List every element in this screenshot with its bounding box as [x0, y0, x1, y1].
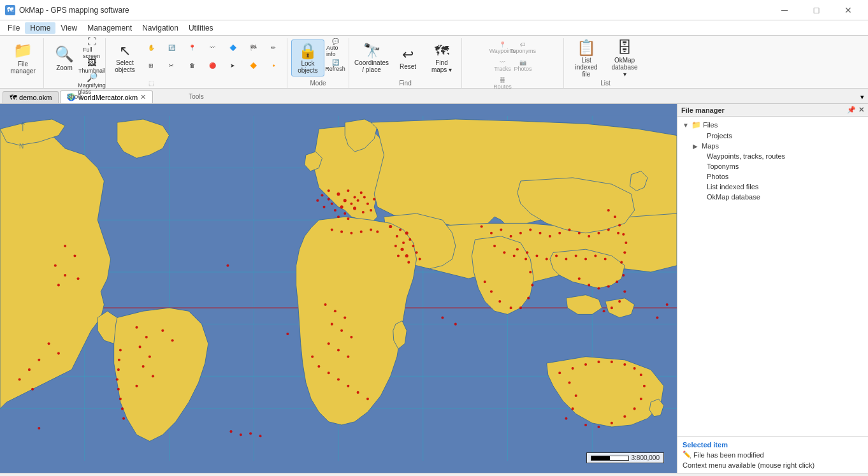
- select-objects-button[interactable]: ↖ Selectobjects: [110, 40, 140, 76]
- refresh-button[interactable]: 🔄 Refresh: [326, 57, 345, 74]
- eraser-button[interactable]: 🔸: [264, 57, 283, 74]
- draw-route-button[interactable]: 🏁: [243, 40, 263, 56]
- highlight-button[interactable]: 🔶: [243, 57, 263, 74]
- minimize-button[interactable]: ─: [770, 0, 799, 20]
- svg-point-58: [376, 231, 379, 233]
- list-indexed-files-expander: [698, 184, 707, 191]
- list-indexed-file-button[interactable]: 📋 Listindexed file: [568, 40, 605, 76]
- magnifying-glass-button[interactable]: 🔎 Magnifying glass: [82, 75, 101, 92]
- svg-point-59: [324, 303, 327, 306]
- svg-point-147: [597, 361, 600, 363]
- svg-point-38: [322, 206, 325, 208]
- rotate-button[interactable]: 🔃: [162, 40, 181, 56]
- file-manager-close-button[interactable]: ✕: [858, 106, 864, 114]
- select-objects-label: Selectobjects: [115, 59, 135, 73]
- svg-point-69: [317, 365, 320, 368]
- pin-button[interactable]: 📌: [847, 106, 856, 114]
- coordinates-button[interactable]: 🔭 Coordinates/ place: [353, 40, 390, 76]
- menu-utilities[interactable]: Utilities: [184, 22, 219, 34]
- find-maps-button[interactable]: 🗺 Findmaps ▾: [426, 40, 458, 76]
- svg-point-15: [336, 192, 340, 196]
- move-button[interactable]: ✋: [141, 40, 161, 56]
- svg-point-167: [618, 300, 621, 303]
- photos-grayed-button[interactable]: 📷 Photos: [514, 57, 533, 74]
- auto-info-button[interactable]: 💬 Auto info: [326, 40, 345, 56]
- arrow-icon: ➤: [230, 62, 235, 69]
- draw-waypoint-button[interactable]: 📍: [182, 40, 201, 56]
- menu-file[interactable]: File: [3, 22, 25, 34]
- tools-row1: ✋ 🔃 📍 〰 🔷 🏁 ✏: [141, 40, 283, 56]
- maps-expander[interactable]: ▶: [693, 143, 702, 150]
- coordinates-label: Coordinates/ place: [354, 59, 389, 73]
- tree-item-okmap-database[interactable]: OkMap database: [680, 192, 865, 202]
- ribbon-group-find-items: 🔭 Coordinates/ place ↩ Reset 🗺 Findmaps …: [353, 38, 458, 78]
- svg-point-41: [405, 231, 409, 234]
- svg-point-52: [407, 261, 410, 264]
- menu-home[interactable]: Home: [25, 22, 55, 34]
- tab-dropdown-button[interactable]: ▾: [857, 91, 868, 103]
- tree-item-list-indexed-files[interactable]: List indexed files: [680, 182, 865, 192]
- zoom-button[interactable]: 🔍 Zoom: [48, 40, 81, 76]
- reset-button[interactable]: ↩ Reset: [391, 40, 424, 76]
- svg-point-16: [347, 189, 349, 192]
- routes-grayed-label: Routes: [493, 83, 512, 90]
- close-button[interactable]: ✕: [834, 0, 863, 20]
- rubber-button[interactable]: ⊞: [141, 57, 161, 74]
- svg-point-152: [498, 300, 501, 303]
- coordinates-icon: 🔭: [363, 43, 380, 59]
- routes-grayed-button[interactable]: 🛤 Routes: [493, 75, 512, 92]
- svg-point-39: [389, 225, 392, 228]
- svg-point-128: [584, 258, 587, 261]
- arrow-button[interactable]: ➤: [223, 57, 242, 74]
- svg-point-33: [337, 215, 340, 218]
- reset-label: Reset: [400, 63, 416, 70]
- svg-point-154: [519, 307, 522, 309]
- svg-point-114: [578, 232, 581, 234]
- color-button[interactable]: 🔴: [203, 57, 222, 74]
- svg-point-117: [607, 229, 610, 231]
- svg-point-187: [666, 303, 669, 306]
- files-expander[interactable]: ▼: [683, 122, 691, 129]
- lock-objects-button[interactable]: 🔒 Lockobjects: [291, 40, 324, 76]
- toponyms-label: Toponyms: [707, 162, 739, 170]
- svg-point-88: [117, 388, 120, 391]
- draw-area-button[interactable]: 🔷: [223, 40, 242, 56]
- draw-track-button[interactable]: 〰: [203, 40, 222, 56]
- projects-label: Projects: [707, 132, 732, 140]
- tree-item-toponyms[interactable]: Toponyms: [680, 161, 865, 171]
- cut-button[interactable]: ✂: [162, 57, 181, 74]
- svg-point-63: [340, 329, 343, 332]
- title-bar: 🗺 OkMap - GPS mapping software ─ □ ✕: [0, 0, 868, 20]
- svg-point-53: [331, 229, 333, 231]
- tree-item-files[interactable]: ▼ 📁 Files: [680, 119, 865, 131]
- tracks-grayed-button[interactable]: 〰 Tracks: [493, 57, 512, 74]
- tree-item-projects[interactable]: Projects: [680, 131, 865, 141]
- tree-item-photos[interactable]: Photos: [680, 171, 865, 182]
- menu-view[interactable]: View: [55, 22, 82, 34]
- file-manager-button[interactable]: 📁 Filemanager: [6, 40, 40, 76]
- svg-point-177: [229, 430, 232, 433]
- maximize-button[interactable]: □: [802, 0, 831, 20]
- map-container[interactable]: ↑N: [0, 104, 677, 473]
- menu-management[interactable]: Management: [82, 22, 137, 34]
- svg-point-186: [656, 316, 658, 319]
- select2-button[interactable]: ⬚: [141, 75, 161, 92]
- svg-point-89: [119, 398, 122, 400]
- delete-button[interactable]: 🗑: [182, 57, 201, 74]
- svg-point-49: [405, 254, 409, 257]
- svg-point-112: [558, 232, 561, 234]
- toponyms-grayed-button[interactable]: 🏷 Toponyms: [514, 40, 533, 56]
- tree-item-maps[interactable]: ▶ Maps: [680, 141, 865, 151]
- svg-point-138: [611, 422, 613, 424]
- menu-navigation[interactable]: Navigation: [137, 22, 184, 34]
- full-screen-button[interactable]: ⛶ Full screen: [82, 40, 101, 56]
- thumbnail-icon: 🖼: [87, 57, 96, 68]
- svg-point-81: [135, 385, 138, 387]
- pen-button[interactable]: ✏: [264, 40, 283, 56]
- svg-point-46: [401, 248, 404, 251]
- svg-point-174: [625, 242, 627, 244]
- tools-row2: ⊞ ✂ 🗑 🔴 ➤ 🔶 🔸: [141, 57, 283, 74]
- tree-item-waypoints-tracks[interactable]: Waypoints, tracks, routes: [680, 151, 865, 161]
- okmap-database-button[interactable]: 🗄 OkMapdatabase ▾: [606, 40, 643, 76]
- lock-objects-icon: 🔒: [298, 42, 317, 60]
